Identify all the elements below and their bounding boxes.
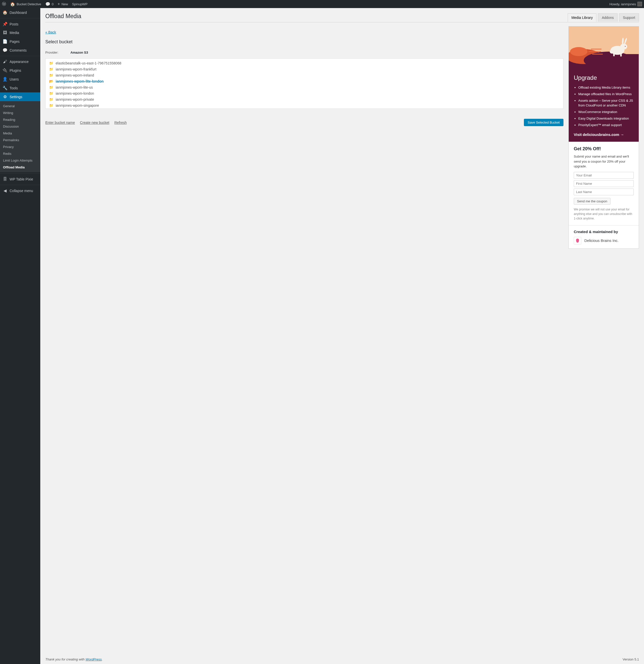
bucket-actions: Enter bucket name Create new bucket Refr… (45, 119, 563, 126)
admin-bar: ⓦ 🏠Bucket Detective 💬0 +New SpinupWP How… (0, 0, 644, 8)
main-content: Offload Media Media Library Addons Suppo… (40, 8, 644, 654)
submenu-limit-login[interactable]: Limit Login Attempts (0, 157, 40, 164)
section-title: Select bucket (45, 39, 563, 45)
last-name-field[interactable] (574, 188, 634, 195)
dashboard-icon: 🏠 (2, 10, 7, 15)
spinupwp-link[interactable]: SpinupWP (72, 2, 87, 6)
bucket-item[interactable]: 📁ianmjones-wpom-lite-us (46, 84, 563, 90)
sliders-icon: ⚙ (2, 95, 7, 99)
site-link[interactable]: 🏠Bucket Detective (10, 2, 41, 6)
submenu-redis[interactable]: Redis (0, 150, 40, 157)
first-name-field[interactable] (574, 180, 634, 187)
wp-logo-link[interactable]: ⓦ (2, 1, 6, 7)
provider-value: Amazon S3 (70, 50, 88, 54)
submenu-media[interactable]: Media (0, 130, 40, 137)
menu-plugins[interactable]: 🔌Plugins (0, 66, 40, 75)
bucket-item[interactable]: 📁ianmjones-wpom-ireland (46, 72, 563, 78)
new-label: New (61, 2, 68, 6)
plus-icon: + (58, 2, 60, 6)
bucket-list[interactable]: 📁elasticbeanstalk-us-east-1-796751558068… (45, 58, 563, 109)
media-icon: 🖼 (2, 30, 7, 35)
refresh-link[interactable]: Refresh (114, 121, 127, 125)
visit-link[interactable]: Visit deliciousbrains.com → (574, 132, 624, 137)
upgrade-feature: Easy Digital Downloads integration (578, 116, 634, 121)
bucket-item[interactable]: 📁ianmjones-wpom-singapore (46, 102, 563, 108)
new-link[interactable]: +New (58, 2, 68, 6)
discount-box: Get 20% Off! Submit your name and email … (569, 142, 639, 225)
bucket-name: ianmjones-wpom-singapore (56, 103, 99, 107)
menu-users[interactable]: 👤Users (0, 75, 40, 84)
svg-rect-8 (620, 53, 622, 57)
bucket-item[interactable]: 📁elasticbeanstalk-us-east-1-796751558068 (46, 60, 563, 66)
version-text: Version 5.1 (623, 658, 639, 661)
submenu-discussion[interactable]: Discussion (0, 123, 40, 130)
back-link[interactable]: « Back (45, 30, 56, 34)
menu-dashboard[interactable]: 🏠Dashboard (0, 8, 40, 17)
avatar (638, 2, 642, 6)
email-field[interactable] (574, 172, 634, 179)
brush-icon: 🖌 (2, 59, 7, 64)
upgrade-feature: Manage offloaded files in WordPress (578, 92, 634, 97)
tab-support[interactable]: Support (619, 13, 639, 22)
submenu-reading[interactable]: Reading (0, 116, 40, 123)
enter-bucket-link[interactable]: Enter bucket name (45, 121, 75, 125)
menu-comments[interactable]: 💬Comments (0, 46, 40, 55)
footer-thanks: Thank you for creating with WordPress. (45, 658, 103, 661)
comments-link[interactable]: 💬0 (45, 2, 54, 6)
create-bucket-link[interactable]: Create new bucket (80, 121, 109, 125)
discount-note: We promise we will not use your email fo… (574, 207, 634, 221)
wordpress-link[interactable]: WordPress (86, 658, 102, 661)
svg-rect-7 (613, 53, 615, 56)
upgrade-hero (569, 26, 639, 74)
folder-icon: 📁 (49, 85, 53, 89)
tab-media-library[interactable]: Media Library (568, 13, 597, 22)
bucket-item[interactable]: 📁ianmjones-wpom-frankfurt (46, 66, 563, 72)
menu-tools[interactable]: 🔧Tools (0, 84, 40, 92)
plug-icon: 🔌 (2, 68, 7, 73)
folder-icon: 📁 (49, 98, 53, 101)
submenu-permalinks[interactable]: Permalinks (0, 137, 40, 144)
folder-open-icon: 📂 (49, 79, 53, 83)
upgrade-body: Upgrade Offload existing Media Library i… (569, 74, 639, 142)
tabs: Media Library Addons Support (568, 13, 639, 22)
discount-desc: Submit your name and email and we'll sen… (574, 154, 634, 169)
tab-addons[interactable]: Addons (598, 13, 617, 22)
upgrade-title: Upgrade (574, 74, 634, 81)
send-coupon-button[interactable]: Send me the coupon (574, 198, 610, 205)
menu-media[interactable]: 🖼Media (0, 28, 40, 37)
account-link[interactable]: Howdy, ianmjones (609, 2, 642, 6)
user-icon: 👤 (2, 77, 7, 82)
brain-logo-icon (574, 237, 581, 244)
folder-icon: 📁 (49, 73, 53, 77)
folder-icon: 📁 (49, 61, 53, 65)
bucket-item[interactable]: 📂ianmjones-wpom-lite-london (46, 78, 563, 84)
bucket-name: ianmjones-wpom-private (56, 98, 94, 101)
comment-icon: 💬 (45, 2, 50, 6)
menu-appearance[interactable]: 🖌Appearance (0, 57, 40, 66)
submenu-writing[interactable]: Writing (0, 109, 40, 116)
bucket-name: elasticbeanstalk-us-east-1-796751558068 (56, 61, 121, 65)
menu-settings[interactable]: ⚙Settings (0, 92, 40, 101)
bucket-item[interactable]: 📁ianmjones-wpom-london (46, 90, 563, 97)
bucket-item[interactable]: 📁lizlockardtesting (46, 108, 563, 109)
menu-wp-table-pixie[interactable]: 🗄WP Table Pixie (0, 175, 40, 184)
save-bucket-button[interactable]: Save Selected Bucket (524, 119, 563, 126)
wordpress-icon: ⓦ (2, 1, 6, 7)
credit-name: Delicious Brains Inc. (584, 238, 619, 243)
bucket-item[interactable]: 📁ianmjones-wpom-private (46, 97, 563, 102)
menu-pages[interactable]: 📄Pages (0, 37, 40, 46)
menu-posts[interactable]: 📌Posts (0, 20, 40, 28)
chevron-left-icon: ◀ (2, 188, 7, 193)
svg-point-2 (584, 51, 634, 69)
collapse-menu[interactable]: ◀Collapse menu (0, 186, 40, 195)
svg-point-9 (625, 46, 626, 47)
submenu-offload-media[interactable]: Offload Media (0, 164, 40, 171)
credit-box: Created & maintained by Delicious Brains… (569, 225, 639, 248)
bucket-name: ianmjones-wpom-lite-london (56, 79, 104, 83)
folder-icon: 📁 (49, 67, 53, 71)
submenu-general[interactable]: General (0, 103, 40, 109)
upgrade-feature: PriorityExpert™ email support (578, 123, 634, 127)
credit-title: Created & maintained by (574, 230, 634, 234)
folder-icon: 📁 (49, 103, 53, 107)
submenu-privacy[interactable]: Privacy (0, 144, 40, 150)
